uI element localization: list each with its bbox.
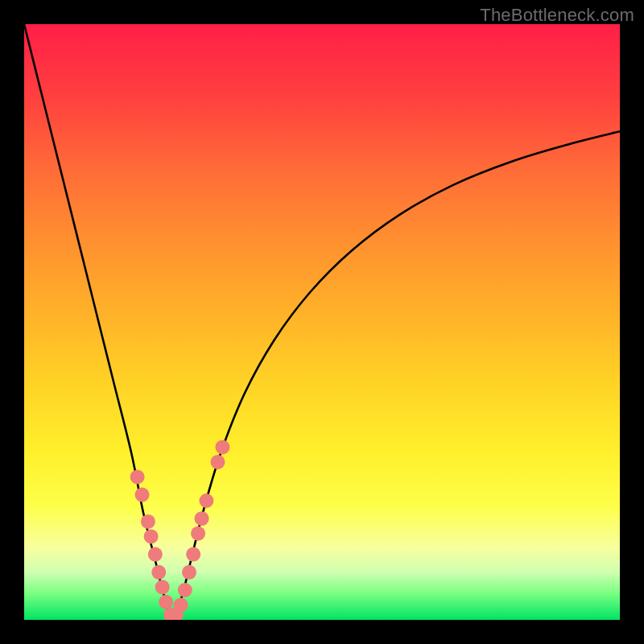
curve-marker bbox=[215, 440, 229, 454]
chart-svg bbox=[24, 24, 620, 620]
curve-marker bbox=[199, 493, 213, 508]
curve-marker bbox=[148, 547, 163, 562]
bottleneck-curve bbox=[24, 24, 620, 620]
curve-marker bbox=[195, 511, 209, 526]
curve-marker bbox=[191, 526, 205, 541]
chart-plot-area bbox=[24, 24, 620, 620]
curve-marker bbox=[155, 580, 170, 594]
curve-markers bbox=[130, 440, 230, 620]
curve-marker bbox=[130, 469, 145, 484]
curve-marker bbox=[135, 488, 150, 502]
curve-marker bbox=[159, 595, 173, 609]
curve-marker bbox=[182, 565, 196, 580]
chart-frame: TheBottleneck.com bbox=[0, 0, 644, 644]
curve-marker bbox=[211, 455, 225, 469]
curve-marker bbox=[174, 598, 188, 613]
curve-marker bbox=[186, 547, 200, 562]
curve-marker bbox=[151, 565, 166, 580]
watermark-text: TheBottleneck.com bbox=[480, 5, 634, 26]
curve-marker bbox=[178, 583, 192, 597]
curve-marker bbox=[144, 529, 159, 543]
curve-marker bbox=[141, 514, 155, 529]
